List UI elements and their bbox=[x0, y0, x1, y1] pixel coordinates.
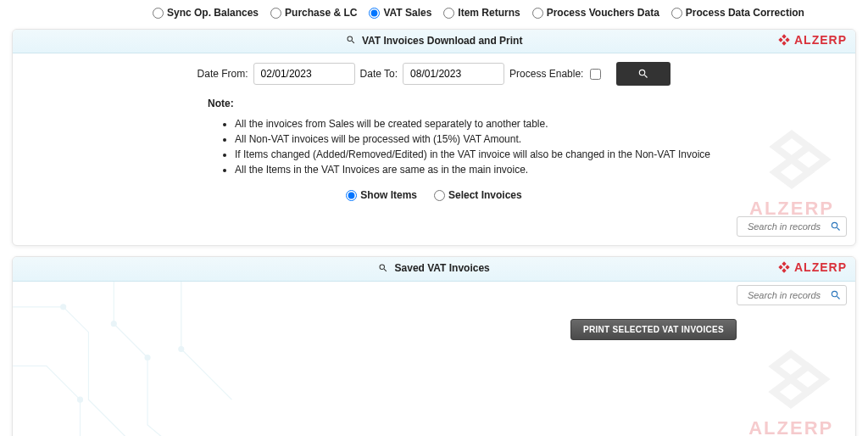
radio-sync[interactable]: Sync Op. Balances bbox=[153, 7, 259, 19]
brand-text: ALZERP bbox=[794, 260, 847, 274]
radio-vouchers[interactable]: Process Vouchers Data bbox=[532, 7, 659, 19]
note-item: If Items changed (Added/Removed/Edited) … bbox=[235, 147, 821, 162]
notes-heading: Note: bbox=[208, 98, 821, 109]
magnify-icon bbox=[378, 264, 391, 276]
svg-point-3 bbox=[179, 346, 184, 351]
radio-correction-label: Process Data Correction bbox=[686, 7, 804, 19]
radio-select-invoices[interactable]: Select Invoices bbox=[434, 189, 522, 201]
date-from-input[interactable] bbox=[253, 63, 355, 85]
radio-vouchers-label: Process Vouchers Data bbox=[547, 7, 659, 19]
notes-list: All the invoices from Sales will be crea… bbox=[235, 116, 821, 177]
notes-block: Note: All the invoices from Sales will b… bbox=[13, 94, 855, 186]
date-from-label: Date From: bbox=[198, 68, 248, 80]
process-enable-label: Process Enable: bbox=[509, 68, 583, 80]
brand-logo: ALZERP bbox=[777, 33, 847, 47]
radio-show-items-label: Show Items bbox=[360, 189, 417, 201]
panel-header-saved: Saved VAT Invoices ALZERP bbox=[13, 257, 855, 281]
date-to-input[interactable] bbox=[403, 63, 504, 85]
brand-logo: ALZERP bbox=[777, 260, 847, 274]
watermark-text: ALZERP bbox=[743, 417, 838, 436]
date-to-label: Date To: bbox=[360, 68, 398, 80]
radio-select-invoices-label: Select Invoices bbox=[448, 189, 522, 201]
svg-point-4 bbox=[78, 397, 83, 402]
display-mode-radios: Show Items Select Invoices bbox=[13, 186, 855, 213]
search-icon bbox=[637, 68, 649, 80]
radio-correction[interactable]: Process Data Correction bbox=[671, 7, 804, 19]
svg-point-2 bbox=[145, 355, 150, 360]
panel-vat-download: VAT Invoices Download and Print ALZERP D… bbox=[12, 29, 856, 246]
note-item: All the invoices from Sales will be crea… bbox=[235, 116, 821, 131]
radio-item-returns[interactable]: Item Returns bbox=[443, 7, 520, 19]
radio-vat-sales-label: VAT Sales bbox=[383, 7, 431, 19]
print-row: PRINT SELECTED VAT INVOICES bbox=[13, 314, 855, 340]
panel-title: VAT Invoices Download and Print bbox=[362, 35, 523, 47]
note-item: All Non-VAT invoices will be processed w… bbox=[235, 131, 821, 147]
process-enable-checkbox[interactable] bbox=[590, 69, 601, 80]
search-icon bbox=[830, 289, 842, 301]
radio-vat-sales[interactable]: VAT Sales bbox=[369, 7, 431, 19]
watermark-logo: ALZERP Your ERP in working motion bbox=[743, 349, 838, 436]
panel-saved-invoices: Saved VAT Invoices ALZERP bbox=[12, 256, 856, 436]
radio-show-items[interactable]: Show Items bbox=[346, 189, 417, 201]
record-search-row bbox=[13, 213, 855, 245]
panel-header-vat-download: VAT Invoices Download and Print ALZERP bbox=[13, 30, 855, 53]
radio-purchase[interactable]: Purchase & LC bbox=[270, 7, 357, 19]
radio-item-returns-label: Item Returns bbox=[458, 7, 520, 19]
filter-row: Date From: Date To: Process Enable: bbox=[13, 53, 855, 94]
search-button[interactable] bbox=[616, 62, 670, 86]
panel-title: Saved VAT Invoices bbox=[395, 262, 490, 274]
note-item: All the Items in the VAT Invoices are sa… bbox=[235, 162, 821, 177]
magnify-icon bbox=[346, 36, 359, 48]
print-selected-button[interactable]: PRINT SELECTED VAT INVOICES bbox=[570, 319, 737, 340]
panel-body-saved: PRINT SELECTED VAT INVOICES ALZERP Your … bbox=[13, 282, 855, 436]
record-search-row bbox=[13, 282, 855, 314]
radio-purchase-label: Purchase & LC bbox=[285, 7, 357, 19]
search-icon bbox=[830, 221, 842, 232]
radio-sync-label: Sync Op. Balances bbox=[167, 7, 259, 19]
brand-text: ALZERP bbox=[794, 33, 847, 47]
top-mode-radios: Sync Op. Balances Purchase & LC VAT Sale… bbox=[0, 0, 868, 25]
